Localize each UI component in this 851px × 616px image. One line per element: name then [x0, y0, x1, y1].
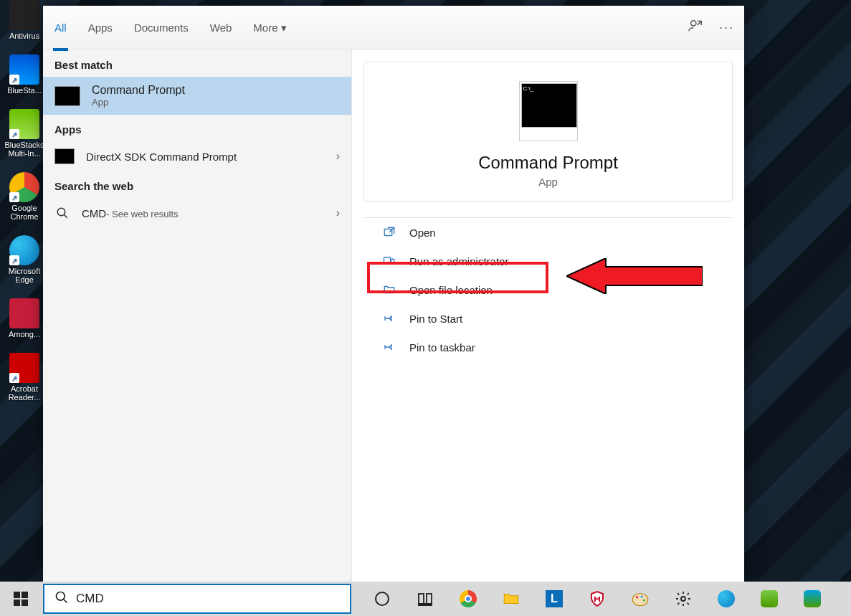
open-icon	[382, 225, 396, 240]
result-command-prompt[interactable]: Command Prompt App	[43, 77, 351, 115]
svg-rect-7	[419, 594, 424, 604]
svg-point-12	[643, 600, 645, 602]
svg-point-10	[636, 596, 638, 598]
svg-point-6	[376, 592, 389, 605]
details-card: C:\_ Command Prompt App	[363, 62, 733, 202]
paint-icon[interactable]	[629, 588, 651, 610]
svg-point-11	[641, 595, 643, 597]
result-title: Command Prompt	[92, 84, 185, 97]
pin-icon	[382, 311, 396, 326]
feedback-icon[interactable]	[688, 18, 703, 37]
pin-icon	[382, 340, 396, 354]
svg-point-9	[632, 593, 648, 605]
taskbar-search-box[interactable]	[43, 584, 351, 614]
search-icon	[54, 590, 69, 607]
settings-icon[interactable]	[672, 588, 694, 610]
desktop-icon-label: Acrobat Reader...	[6, 384, 43, 402]
cmd-thumb-icon	[54, 148, 75, 164]
svg-rect-8	[427, 594, 432, 604]
file-explorer-icon[interactable]	[500, 588, 522, 610]
apps-header: Apps	[43, 115, 351, 141]
search-icon	[54, 205, 70, 221]
taskbar: L	[0, 582, 851, 616]
action-label: Open	[409, 227, 436, 239]
action-label: Pin to taskbar	[409, 341, 475, 354]
cortana-icon[interactable]	[371, 588, 393, 610]
start-button[interactable]	[0, 582, 42, 616]
task-view-icon[interactable]	[414, 588, 436, 610]
desktop-icon-label: BlueStacks Multi-In...	[4, 141, 44, 158]
desktop-icon-amongus[interactable]: Among...	[6, 298, 43, 338]
desktop-icon-chrome[interactable]: ↗ Google Chrome	[6, 172, 43, 221]
desktop-icon-column: Antivirus ↗ BlueSta... ↗ BlueStacks Mult…	[6, 0, 43, 416]
desktop-icon-bluestacks-multi[interactable]: ↗ BlueStacks Multi-In...	[6, 109, 43, 158]
svg-point-5	[57, 592, 65, 601]
desktop-icon-label: Among...	[9, 330, 40, 338]
svg-rect-2	[384, 229, 392, 236]
taskbar-pinned-apps: L	[371, 588, 823, 610]
details-title: Command Prompt	[364, 153, 732, 173]
shield-icon	[382, 254, 396, 268]
search-web-header: Search the web	[43, 171, 351, 198]
search-input[interactable]	[76, 592, 340, 606]
tab-more[interactable]: More ▾	[252, 6, 287, 50]
chevron-down-icon: ▾	[281, 22, 287, 34]
desktop-icon-label: BlueSta...	[7, 86, 42, 95]
action-pin-to-start[interactable]: Pin to Start	[363, 304, 733, 333]
result-subtitle: - See web results	[106, 209, 178, 219]
bluestacks-x-icon[interactable]	[802, 588, 823, 610]
svg-rect-3	[384, 257, 391, 263]
bluestacks-icon[interactable]	[759, 588, 780, 610]
desktop-icon-label: Google Chrome	[6, 204, 43, 221]
edge-icon[interactable]	[715, 588, 737, 610]
more-options-icon[interactable]: ···	[719, 20, 734, 35]
search-details-pane: C:\_ Command Prompt App Open Run as admi…	[351, 50, 744, 582]
action-pin-to-taskbar[interactable]: Pin to taskbar	[363, 333, 733, 361]
desktop-icon-bluestacks[interactable]: ↗ BlueSta...	[6, 55, 43, 95]
search-results-list: Best match Command Prompt App Apps Direc…	[43, 50, 351, 582]
svg-point-13	[681, 597, 685, 601]
tab-all[interactable]: All	[53, 6, 68, 50]
desktop-icon-antivirus[interactable]: Antivirus	[6, 0, 43, 40]
result-subtitle: App	[92, 97, 185, 108]
desktop-icon-label: Microsoft Edge	[6, 267, 43, 284]
action-open[interactable]: Open	[363, 218, 733, 247]
svg-point-1	[57, 208, 65, 216]
result-title: CMD	[82, 207, 106, 219]
tab-web[interactable]: Web	[209, 6, 234, 50]
windows-logo-icon	[14, 592, 28, 606]
chrome-icon[interactable]	[457, 588, 479, 610]
cmd-thumb-icon	[54, 86, 80, 106]
chevron-right-icon: ›	[336, 207, 340, 219]
result-title: DirectX SDK Command Prompt	[86, 151, 237, 163]
result-web-cmd[interactable]: CMD - See web results ›	[43, 198, 351, 228]
action-label: Open file location	[409, 284, 493, 296]
start-search-panel: All Apps Documents Web More ▾ ··· Best m…	[43, 6, 744, 582]
details-actions: Open Run as administrator Open file loca…	[363, 217, 733, 361]
desktop-icon-acrobat[interactable]: ↗ Acrobat Reader...	[6, 353, 43, 402]
action-run-as-admin[interactable]: Run as administrator	[363, 247, 733, 275]
app-l-icon[interactable]: L	[543, 588, 565, 610]
mcafee-icon[interactable]	[586, 588, 608, 610]
desktop-icon-label: Antivirus	[9, 32, 39, 40]
details-subtitle: App	[364, 176, 732, 188]
tab-apps[interactable]: Apps	[87, 6, 114, 50]
cmd-large-icon: C:\_	[521, 83, 577, 128]
action-open-file-location[interactable]: Open file location	[363, 275, 733, 304]
result-directx-sdk-cmd[interactable]: DirectX SDK Command Prompt ›	[43, 141, 351, 171]
action-label: Pin to Start	[409, 313, 462, 325]
search-tabs: All Apps Documents Web More ▾ ···	[43, 6, 744, 50]
folder-icon	[382, 283, 396, 297]
svg-point-0	[691, 21, 696, 26]
tab-documents[interactable]: Documents	[133, 6, 190, 50]
desktop-icon-edge[interactable]: ↗ Microsoft Edge	[6, 235, 43, 284]
best-match-header: Best match	[43, 50, 351, 77]
action-label: Run as administrator	[409, 255, 508, 267]
chevron-right-icon: ›	[336, 150, 340, 163]
